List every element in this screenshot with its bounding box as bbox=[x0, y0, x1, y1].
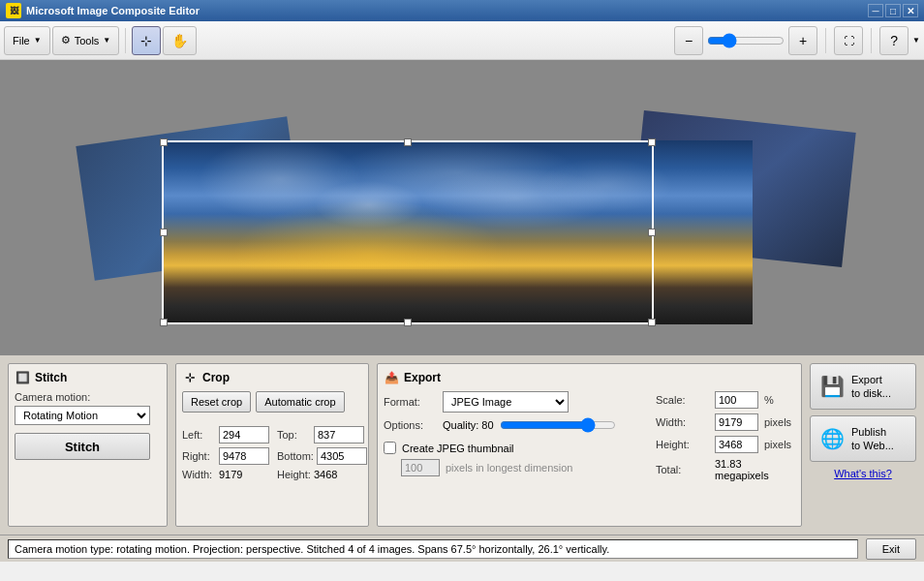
window-title: Microsoft Image Composite Editor bbox=[26, 5, 868, 16]
toolbar-right: − + ⛶ ? ▼ bbox=[674, 26, 920, 55]
format-row: Format: JPEG Image PNG Image TIFF Image bbox=[384, 391, 640, 413]
crop-left-input[interactable] bbox=[219, 426, 269, 443]
toolbar-separator-2 bbox=[825, 28, 826, 53]
crop-handle-middle-right[interactable] bbox=[648, 229, 656, 236]
camera-motion-label: Camera motion: bbox=[15, 391, 161, 403]
zoom-out-button[interactable]: − bbox=[674, 26, 703, 55]
crop-panel-title: ⊹ Crop bbox=[182, 370, 362, 385]
crop-height-row: Height: 3468 bbox=[277, 469, 367, 480]
crop-buttons-row: Reset crop Automatic crop bbox=[182, 391, 362, 413]
whats-this-link[interactable]: What's this? bbox=[810, 468, 916, 479]
export-total-row: Total: 31.83 megapixels bbox=[656, 458, 795, 481]
help-button[interactable]: ? bbox=[879, 26, 909, 55]
quality-label: Quality: 80 bbox=[443, 419, 494, 431]
format-label: Format: bbox=[384, 396, 437, 408]
crop-handle-top-middle[interactable] bbox=[404, 138, 412, 146]
crop-handle-top-left[interactable] bbox=[160, 138, 168, 146]
export-to-disk-button[interactable]: 💾 Exportto disk... bbox=[810, 363, 916, 410]
crop-width-value: 9179 bbox=[219, 469, 242, 480]
pan-tool-button[interactable]: ✋ bbox=[163, 26, 197, 55]
crop-right-label: Right: bbox=[182, 450, 216, 462]
stitch-panel-title: 🔲 Stitch bbox=[15, 370, 161, 385]
quality-row: Options: Quality: 80 bbox=[384, 417, 640, 433]
tools-menu-button[interactable]: ⚙ Tools ▼ bbox=[52, 26, 120, 55]
crop-bottom-input[interactable] bbox=[317, 447, 367, 465]
scale-input[interactable] bbox=[715, 391, 758, 409]
zoom-in-button[interactable]: + bbox=[788, 26, 817, 55]
crop-handle-bottom-left[interactable] bbox=[160, 319, 168, 326]
tools-dropdown-icon: ▼ bbox=[103, 36, 110, 45]
crop-right-input[interactable] bbox=[219, 447, 269, 465]
zoom-slider[interactable] bbox=[707, 33, 785, 48]
title-bar: 🖼 Microsoft Image Composite Editor ─ □ ✕ bbox=[0, 0, 924, 21]
publish-web-label: Publishto Web... bbox=[851, 425, 894, 453]
export-total-label: Total: bbox=[656, 464, 709, 475]
status-bar: Camera motion type: rotating motion. Pro… bbox=[0, 535, 924, 562]
thumbnail-size-row: pixels in longest dimension bbox=[384, 459, 640, 476]
crop-top-input[interactable] bbox=[314, 426, 364, 443]
crop-tool-button[interactable]: ⊹ bbox=[132, 26, 161, 55]
export-height-unit: pixels bbox=[764, 439, 791, 450]
format-dropdown[interactable]: JPEG Image PNG Image TIFF Image bbox=[443, 391, 569, 413]
crop-bottom-row: Bottom: bbox=[277, 447, 367, 465]
export-panel: 📤 Export Format: JPEG Image PNG Image TI… bbox=[377, 363, 802, 527]
crop-width-label: Width: bbox=[182, 469, 216, 480]
crop-top-row: Top: bbox=[277, 426, 367, 443]
thumbnail-checkbox-label: Create JPEG thumbnail bbox=[402, 443, 514, 454]
fit-view-button[interactable]: ⛶ bbox=[834, 26, 863, 55]
file-dropdown-icon: ▼ bbox=[34, 36, 42, 45]
disk-icon: 💾 bbox=[818, 373, 846, 400]
export-disk-label: Exportto disk... bbox=[851, 373, 891, 401]
crop-panel: ⊹ Crop Reset crop Automatic crop Left: T… bbox=[175, 363, 369, 527]
export-left: Format: JPEG Image PNG Image TIFF Image … bbox=[384, 391, 640, 486]
crop-rectangle[interactable] bbox=[162, 140, 654, 324]
exit-button[interactable]: Exit bbox=[866, 538, 916, 560]
crop-left-row: Left: bbox=[182, 426, 269, 443]
scale-row: Scale: % bbox=[656, 391, 795, 409]
crop-handle-bottom-right[interactable] bbox=[648, 319, 656, 326]
crop-right-row: Right: bbox=[182, 447, 269, 465]
thumbnail-unit-label: pixels in longest dimension bbox=[446, 462, 572, 474]
stitch-panel: 🔲 Stitch Camera motion: Rotating Motion … bbox=[8, 363, 168, 527]
crop-handle-bottom-middle[interactable] bbox=[404, 319, 412, 326]
minimize-button[interactable]: ─ bbox=[868, 4, 883, 17]
export-width-unit: pixels bbox=[764, 416, 791, 428]
quality-slider[interactable] bbox=[500, 417, 616, 433]
file-menu-button[interactable]: File ▼ bbox=[4, 26, 50, 55]
crop-width-row: Width: 9179 bbox=[182, 469, 269, 480]
scale-label: Scale: bbox=[656, 394, 709, 406]
thumbnail-size-input bbox=[401, 459, 440, 476]
bottom-area: 🔲 Stitch Camera motion: Rotating Motion … bbox=[0, 355, 924, 562]
web-icon: 🌐 bbox=[818, 425, 846, 452]
thumbnail-row: Create JPEG thumbnail bbox=[384, 442, 640, 454]
maximize-button[interactable]: □ bbox=[885, 4, 901, 17]
toolbar-separator-3 bbox=[871, 28, 872, 53]
crop-handle-top-right[interactable] bbox=[648, 138, 656, 146]
export-icon: 📤 bbox=[384, 370, 399, 385]
help-dropdown-icon: ▼ bbox=[912, 36, 920, 45]
auto-crop-button[interactable]: Automatic crop bbox=[256, 391, 344, 413]
toolbar: File ▼ ⚙ Tools ▼ ⊹ ✋ − + ⛶ ? ▼ bbox=[0, 21, 924, 60]
crop-handle-middle-left[interactable] bbox=[160, 229, 168, 236]
export-width-input[interactable] bbox=[715, 413, 758, 431]
scale-unit: % bbox=[764, 394, 774, 406]
crop-left-label: Left: bbox=[182, 429, 216, 441]
options-label: Options: bbox=[384, 419, 437, 431]
thumbnail-checkbox[interactable] bbox=[384, 442, 396, 454]
export-width-label: Width: bbox=[656, 416, 709, 428]
publish-to-web-button[interactable]: 🌐 Publishto Web... bbox=[810, 415, 916, 462]
toolbar-separator-1 bbox=[125, 28, 126, 53]
hand-icon: ✋ bbox=[171, 33, 188, 48]
close-button[interactable]: ✕ bbox=[903, 4, 918, 17]
export-total-value: 31.83 megapixels bbox=[715, 458, 795, 481]
export-panel-title: 📤 Export bbox=[384, 370, 795, 385]
export-right-col: Scale: % Width: pixels Height: pixels bbox=[640, 391, 795, 486]
camera-motion-dropdown[interactable]: Rotating Motion Planar Motion 1 Planar M… bbox=[15, 406, 150, 425]
tools-menu-label: Tools bbox=[75, 35, 100, 46]
status-text: Camera motion type: rotating motion. Pro… bbox=[8, 539, 858, 559]
reset-crop-button[interactable]: Reset crop bbox=[182, 391, 251, 413]
crop-top-label: Top: bbox=[277, 429, 311, 441]
export-height-row: Height: pixels bbox=[656, 436, 795, 453]
export-height-input[interactable] bbox=[715, 436, 758, 453]
stitch-button[interactable]: Stitch bbox=[15, 433, 150, 460]
